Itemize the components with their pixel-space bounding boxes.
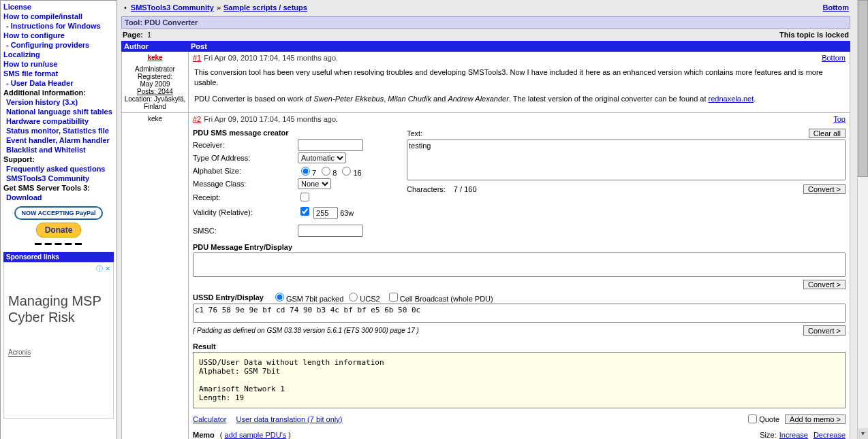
ad-text: Managing MSP Cyber Risk xyxy=(8,293,113,325)
topic-locked: This topic is locked xyxy=(779,31,849,39)
ussd-ucs2[interactable] xyxy=(349,293,358,302)
nav-providers[interactable]: - Configuring providers xyxy=(3,40,114,50)
crumb-sample[interactable]: Sample scripts / setups xyxy=(223,3,307,12)
validity-suffix: 63w xyxy=(340,209,354,217)
scroll-down-icon[interactable]: ▾ xyxy=(858,428,868,439)
sponsored-head: Sponsored links xyxy=(3,252,114,262)
label-text: Text: xyxy=(407,129,422,137)
add-memo-button[interactable]: Add to memo > xyxy=(785,414,846,424)
udt-link[interactable]: User data translation (7 bit only) xyxy=(236,415,343,423)
author-role: Administrator xyxy=(123,65,187,73)
post-num-2[interactable]: #2 xyxy=(193,115,201,123)
convert-ussd-button[interactable]: Convert > xyxy=(803,325,846,336)
pdu-textarea[interactable] xyxy=(193,253,846,277)
nav-localizing[interactable]: Localizing xyxy=(3,50,114,59)
add-sample-link[interactable]: add sample PDU's xyxy=(225,431,287,439)
nav-lang-tables[interactable]: National language shift tables xyxy=(3,107,114,116)
crumb-community[interactable]: SMSTools3 Community xyxy=(131,3,214,12)
nav-udh[interactable]: - User Data Header xyxy=(3,78,114,88)
alpha-7[interactable] xyxy=(301,167,310,176)
nav-faq[interactable]: Frequently asked questions xyxy=(3,164,114,174)
alpha-8[interactable] xyxy=(322,167,330,176)
scrollbar-thumb[interactable] xyxy=(858,0,868,177)
th-post: Post xyxy=(191,42,848,50)
nav-hardware[interactable]: Hardware compatibility xyxy=(3,116,114,126)
post-num-1[interactable]: #1 xyxy=(193,54,201,62)
convert-pdu-button[interactable]: Convert > xyxy=(803,280,846,289)
label-mclass: Message Class: xyxy=(193,180,298,188)
receipt-check[interactable] xyxy=(300,193,309,201)
nav-windows[interactable]: - Instructions for Windows xyxy=(3,21,114,31)
sidebar: License How to compile/install - Instruc… xyxy=(0,0,117,439)
ussd-textarea[interactable] xyxy=(193,304,846,323)
convert-text-button[interactable]: Convert > xyxy=(803,184,846,194)
creator-title: PDU SMS message creator xyxy=(193,123,400,138)
ad-brand: Acronis xyxy=(8,348,31,357)
label-validity: Validity (Relative): xyxy=(193,208,298,216)
ussd-title: USSD Entry/Display xyxy=(193,293,264,302)
nav-license[interactable]: License xyxy=(3,2,114,12)
nav-download[interactable]: Download xyxy=(3,193,114,202)
nav-run[interactable]: How to run/use xyxy=(3,59,114,69)
author-posts[interactable]: Posts: 2044 xyxy=(137,88,173,95)
author-keke-2[interactable]: keke xyxy=(148,115,162,123)
vertical-scrollbar[interactable]: ▾ xyxy=(857,0,868,439)
clear-all-button[interactable]: Clear all xyxy=(809,129,846,138)
toa-select[interactable]: Automatic xyxy=(298,152,346,163)
section-support: Support: xyxy=(3,155,114,164)
post1-line2b: . The latest version of the original con… xyxy=(509,95,709,103)
quote-check[interactable] xyxy=(748,414,757,423)
section-get: Get SMS Server Tools 3: xyxy=(3,183,114,193)
receiver-input[interactable] xyxy=(298,139,363,151)
nav-community[interactable]: SMSTools3 Community xyxy=(3,174,114,183)
rednaxela-link[interactable]: rednaxela.net xyxy=(709,95,754,103)
nav-event[interactable]: Event handler, Alarm handler xyxy=(3,135,114,145)
mclass-select[interactable]: None xyxy=(298,178,331,189)
main: • SMSTools3 Community » Sample scripts /… xyxy=(117,0,854,439)
author-keke-1[interactable]: keke xyxy=(147,54,162,61)
post-date-1: Fri Apr 09, 2010 17:04, 145 months ago. xyxy=(204,54,338,62)
nav-configure[interactable]: How to configure xyxy=(3,31,114,40)
post-bottom-link[interactable]: Bottom xyxy=(822,54,846,62)
breadcrumb: • SMSTools3 Community » Sample scripts /… xyxy=(121,1,850,14)
author-regd: May 2009 xyxy=(123,80,187,88)
smsc-input[interactable] xyxy=(298,225,363,237)
bullet-icon: • xyxy=(124,3,127,12)
post-top-link[interactable]: Top xyxy=(833,115,846,123)
text-input[interactable] xyxy=(407,140,846,180)
table-head: Author Post xyxy=(121,41,850,52)
ussd-gsm7[interactable] xyxy=(275,293,284,302)
chars-value: 7 / 160 xyxy=(454,185,477,193)
chars-label: Characters: xyxy=(407,185,446,193)
th-author: Author xyxy=(124,42,191,50)
nav-version[interactable]: Version history (3.x) xyxy=(3,97,114,107)
bottom-link[interactable]: Bottom xyxy=(823,3,850,12)
validity-input[interactable] xyxy=(313,207,338,219)
nav-fileformat[interactable]: SMS file format xyxy=(3,69,114,78)
result-title: Result xyxy=(193,337,846,352)
label-alpha: Alphabet Size: xyxy=(193,167,298,175)
result-box: USSD/User Data without length informatio… xyxy=(193,352,846,408)
post1-auth1: Swen-Peter Ekkebus xyxy=(313,95,384,103)
donate-button[interactable]: Donate xyxy=(36,223,82,238)
post-row-1: keke Administrator Registered: May 2009 … xyxy=(121,52,850,113)
ussd-cellbroadcast[interactable] xyxy=(389,293,398,302)
page-line: Page: 1 This topic is locked xyxy=(121,29,850,41)
decrease-link[interactable]: Decrease xyxy=(813,431,846,439)
post1-line1: This conversion tool has been very usefu… xyxy=(194,67,844,88)
author-loc: Location: Jyväskylä, Finland xyxy=(123,95,187,110)
ad-box[interactable]: ⓘ ✕ Managing MSP Cyber Risk Acronis xyxy=(3,262,114,419)
nav-blacklist[interactable]: Blacklist and Whitelist xyxy=(3,145,114,155)
validity-check[interactable] xyxy=(300,207,309,216)
post1-line2a: PDU Converter is based on work of xyxy=(194,95,313,103)
alpha-16[interactable] xyxy=(342,167,351,176)
pdu-title: PDU Message Entry/Display xyxy=(193,238,846,253)
calculator-link[interactable]: Calculator xyxy=(193,415,227,423)
label-toa: Type Of Address: xyxy=(193,154,298,162)
paypal-badge[interactable]: NOW ACCEPTING PayPal xyxy=(14,206,102,220)
nav-status[interactable]: Status monitor, Statistics file xyxy=(3,126,114,135)
increase-link[interactable]: Increase xyxy=(779,431,808,439)
author-regd-label: Registered: xyxy=(123,73,187,80)
nav-compile[interactable]: How to compile/install xyxy=(3,12,114,21)
ad-close-icon[interactable]: ⓘ ✕ xyxy=(96,264,110,274)
